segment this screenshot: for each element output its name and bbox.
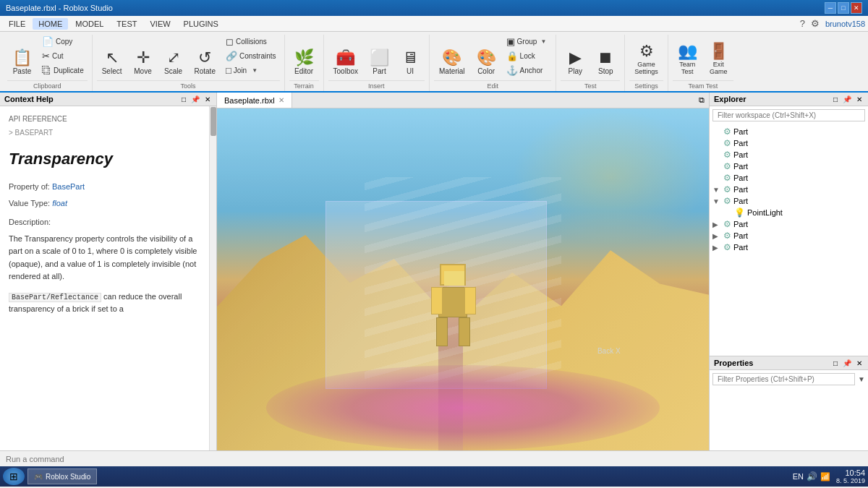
copy-icon: 📄: [42, 36, 54, 47]
panel-close-icon[interactable]: ✕: [203, 95, 212, 103]
menu-model[interactable]: MODEL: [69, 18, 109, 30]
copy-button[interactable]: 📄 Copy: [38, 35, 88, 48]
collisions-button[interactable]: ◻ Collisions: [222, 35, 280, 48]
taskbar-app-button[interactable]: 🎮 Roblox Studio: [27, 468, 97, 484]
join-button[interactable]: □ Join: [222, 64, 250, 77]
properties-panel: Properties □ 📌 ✕ ▼: [710, 356, 868, 450]
properties-undock-icon[interactable]: □: [832, 359, 839, 367]
taskbar-system-icons: EN 🔊 📶: [793, 471, 830, 481]
exit-game-button[interactable]: 🚪 ExitGame: [704, 41, 733, 77]
play-button[interactable]: ▶ Play: [561, 48, 590, 77]
tree-item-pointlight[interactable]: 💡 PointLight: [710, 207, 868, 218]
code-ref-section: BasePart/Reflectance can reduce the over…: [9, 291, 200, 315]
properties-close-icon[interactable]: ✕: [855, 359, 864, 367]
properties-pin-icon[interactable]: 📌: [841, 359, 853, 367]
menu-view[interactable]: VIEW: [144, 18, 176, 30]
group-button[interactable]: ▣ Group ▼: [503, 35, 552, 48]
material-icon: 🎨: [442, 50, 461, 66]
part-button[interactable]: ⬜ Part: [365, 48, 394, 77]
settings-icon[interactable]: ⚙: [811, 18, 820, 29]
ribbon-group-tools: ↖ Select ✛ Move ⤢ Scale ↺ Rotate ◻: [93, 35, 285, 91]
command-input[interactable]: [6, 455, 862, 463]
tree-item-part-4[interactable]: ⚙ Part: [710, 160, 868, 172]
tree-item-part-8[interactable]: ▶ ⚙ Part: [710, 218, 868, 230]
properties-dropdown-arrow[interactable]: ▼: [858, 375, 868, 383]
cut-copy-group: 📄 Copy ✂ Cut ⿻ Duplicate: [38, 35, 88, 77]
collisions-label: Collisions: [236, 38, 267, 46]
anchor-button[interactable]: ⚓ Anchor: [503, 64, 552, 77]
ui-icon: 🖥: [402, 50, 418, 66]
move-button[interactable]: ✛ Move: [129, 48, 158, 77]
tree-icon-10: ⚙: [723, 231, 731, 241]
menu-test[interactable]: TEST: [111, 18, 142, 30]
tree-item-part-2[interactable]: ⚙ Part: [710, 137, 868, 149]
scene-fog: [217, 108, 709, 450]
explorer-pin-icon[interactable]: 📌: [841, 95, 853, 103]
constraints-button[interactable]: 🔗 Constraints: [222, 49, 280, 63]
tree-item-part-6[interactable]: ▼ ⚙ Part: [710, 184, 868, 195]
viewport-tab[interactable]: Baseplate.rbxl ✕: [217, 93, 292, 108]
tree-item-part-3[interactable]: ⚙ Part: [710, 149, 868, 160]
stop-button[interactable]: ⏹ Stop: [591, 48, 620, 77]
group-dropdown[interactable]: ▼: [539, 38, 548, 45]
tree-item-part-5[interactable]: ⚙ Part: [710, 172, 868, 184]
minimize-button[interactable]: ─: [825, 2, 836, 14]
status-bar: [0, 450, 868, 466]
game-settings-button[interactable]: ⚙ GameSettings: [629, 41, 663, 77]
cut-button[interactable]: ✂ Cut: [38, 49, 88, 63]
basepart-breadcrumb[interactable]: > BASEPART: [9, 127, 200, 138]
team-test-button[interactable]: 👥 TeamTest: [673, 41, 702, 77]
start-button[interactable]: ⊞: [3, 468, 25, 485]
tree-item-part-9[interactable]: ▶ ⚙ Part: [710, 230, 868, 241]
constraints-icon: 🔗: [226, 51, 237, 61]
left-panel-scroll-thumb[interactable]: [210, 107, 216, 136]
tools-label: Tools: [97, 80, 280, 91]
menu-file[interactable]: FILE: [3, 18, 31, 30]
editor-button[interactable]: 🌿 Editor: [289, 48, 319, 77]
left-panel-scrollbar[interactable]: [209, 106, 216, 450]
title-bar-controls: ─ □ ✕: [825, 2, 862, 14]
tree-item-part-10[interactable]: ▶ ⚙ Part: [710, 241, 868, 253]
select-button[interactable]: ↖ Select: [97, 48, 127, 77]
3d-viewport[interactable]: Back X: [217, 108, 709, 450]
terrain-buttons: 🌿 Editor: [289, 35, 319, 79]
context-help-title: Context Help: [4, 95, 54, 103]
lock-button[interactable]: 🔒 Lock: [503, 49, 552, 63]
maximize-button[interactable]: □: [838, 2, 849, 14]
toolbox-button[interactable]: 🧰 Toolbox: [328, 48, 363, 77]
teamtest-buttons: 👥 TeamTest 🚪 ExitGame: [673, 35, 733, 79]
ui-button[interactable]: 🖥 UI: [396, 48, 425, 77]
menu-plugins[interactable]: PLUGINS: [178, 18, 224, 30]
explorer-undock-icon[interactable]: □: [832, 95, 839, 103]
material-button[interactable]: 🎨 Material: [434, 48, 470, 77]
rotate-button[interactable]: ↺ Rotate: [190, 48, 221, 77]
taskbar-clock[interactable]: 10:54 8. 5. 2019: [836, 468, 865, 484]
explorer-close-icon[interactable]: ✕: [855, 95, 864, 103]
volume-icon[interactable]: 🔊: [807, 471, 817, 481]
tree-item-part-7[interactable]: ▼ ⚙ Part: [710, 195, 868, 207]
menu-home[interactable]: HOME: [33, 18, 68, 30]
property-of-value[interactable]: BasePart: [52, 182, 85, 191]
explorer-filter-input[interactable]: [712, 109, 865, 121]
paste-button[interactable]: 📋 Paste: [7, 48, 37, 77]
move-icon: ✛: [137, 50, 150, 66]
float-viewport-button[interactable]: ⧉: [694, 94, 709, 106]
join-dropdown-arrow[interactable]: ▼: [250, 67, 259, 74]
duplicate-button[interactable]: ⿻ Duplicate: [38, 64, 88, 77]
taskbar-app-label: Roblox Studio: [46, 473, 90, 481]
panel-pin-icon[interactable]: 📌: [190, 95, 201, 103]
help-icon[interactable]: ?: [800, 18, 805, 29]
tree-item-part-1[interactable]: ⚙ Part: [710, 126, 868, 137]
close-button[interactable]: ✕: [851, 2, 862, 14]
cut-icon: ✂: [42, 51, 50, 61]
code-ref[interactable]: BasePart/Reflectance: [9, 293, 101, 302]
panel-undock-icon[interactable]: □: [180, 95, 187, 103]
copy-label: Copy: [56, 38, 72, 46]
color-button[interactable]: 🎨 Color: [472, 48, 501, 77]
scale-button[interactable]: ⤢ Scale: [159, 48, 188, 77]
team-test-label: TeamTest: [679, 61, 695, 75]
properties-filter-input[interactable]: [712, 373, 855, 385]
tab-close-button[interactable]: ✕: [278, 96, 284, 104]
tree-icon-6: ⚙: [723, 184, 731, 194]
tree-label-4: Part: [733, 162, 748, 171]
